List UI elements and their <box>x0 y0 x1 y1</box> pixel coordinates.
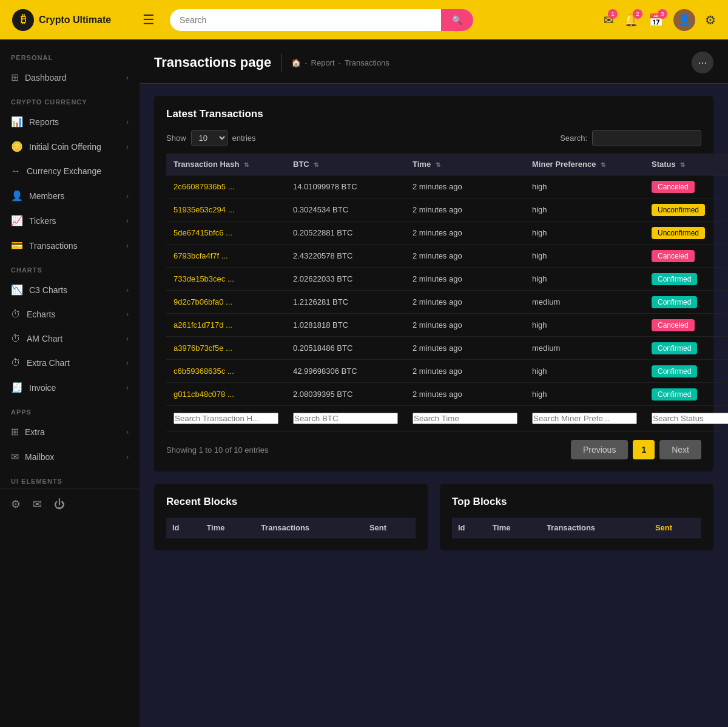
cell-btc: 0.20522881 BTC <box>286 221 405 245</box>
topnav: ₿ Crypto Ultimate ☰ 🔍 ✉ 1 🔔 2 📅 3 👤 ⚙ <box>0 0 728 39</box>
page-1-button[interactable]: 1 <box>633 440 655 459</box>
cell-hash[interactable]: a261fc1d717d ... <box>166 314 286 337</box>
section-label-ui: UI ELEMENTS <box>0 469 140 489</box>
settings-bottom-icon[interactable]: ⚙ <box>11 498 21 511</box>
sort-btc-icon[interactable]: ⇅ <box>314 161 318 168</box>
sidebar-item-invoice[interactable]: 🧾 Invoice › <box>0 375 140 400</box>
cell-status: Confirmed <box>644 268 728 291</box>
previous-button[interactable]: Previous <box>571 440 628 459</box>
sidebar-item-dashboard[interactable]: ⊞ Dashboard › <box>0 65 140 90</box>
avatar[interactable]: 👤 <box>673 9 695 31</box>
cell-hash[interactable]: c6b59368635c ... <box>166 360 286 383</box>
cell-hash[interactable]: 733de15b3cec ... <box>166 268 286 291</box>
gear-icon[interactable]: ⚙ <box>705 13 716 27</box>
cell-miner: high <box>525 268 644 291</box>
show-entries: Show 10 25 50 100 entries <box>166 130 256 146</box>
calendar-badge: 3 <box>658 9 667 19</box>
sidebar-item-transactions[interactable]: 💳 Transactions › <box>0 233 140 258</box>
search-button[interactable]: 🔍 <box>441 9 473 31</box>
sidebar-label-echarts: Echarts <box>27 309 55 319</box>
sidebar-item-reports[interactable]: 📊 Reports › <box>0 109 140 134</box>
power-bottom-icon[interactable]: ⏻ <box>54 498 65 511</box>
chevron-icon: › <box>126 310 129 319</box>
table-row: 5de67415bfc6 ... 0.20522881 BTC 2 minute… <box>166 221 728 245</box>
cell-hash[interactable]: 6793bcfa4f7f ... <box>166 245 286 268</box>
table-row: 9d2c7b06bfa0 ... 1.2126281 BTC 2 minutes… <box>166 291 728 314</box>
cell-status: Confirmed <box>644 360 728 383</box>
cell-status: Canceled <box>644 175 728 198</box>
cell-hash[interactable]: a3976b73cf5e ... <box>166 337 286 360</box>
pagination-row: Showing 1 to 10 of 10 entries Previous 1… <box>166 440 701 459</box>
chevron-icon: › <box>126 118 129 126</box>
chevron-icon: › <box>126 73 129 82</box>
cell-miner: medium <box>525 291 644 314</box>
search-time-input[interactable] <box>413 413 517 424</box>
cell-hash[interactable]: 51935e53c294 ... <box>166 198 286 221</box>
cell-btc: 2.02622033 BTC <box>286 268 405 291</box>
cell-miner: high <box>525 383 644 406</box>
sort-time-icon[interactable]: ⇅ <box>436 161 440 168</box>
mail-bottom-icon[interactable]: ✉ <box>33 498 42 511</box>
sidebar-label-ico: Initial Coin Offering <box>29 142 101 152</box>
chevron-icon: › <box>126 286 129 294</box>
chevron-icon: › <box>126 384 129 392</box>
sidebar-item-ico[interactable]: 🪙 Initial Coin Offering › <box>0 134 140 159</box>
cell-time: 2 minutes ago <box>405 314 525 337</box>
ico-icon: 🪙 <box>11 141 23 152</box>
sidebar-item-c3charts[interactable]: 📉 C3 Charts › <box>0 277 140 302</box>
search-btc-input[interactable] <box>293 413 398 424</box>
sidebar-label-members: Members <box>29 191 64 201</box>
transactions-card-title: Latest Transactions <box>166 108 701 120</box>
cell-time: 2 minutes ago <box>405 198 525 221</box>
next-button[interactable]: Next <box>659 440 701 459</box>
cell-hash[interactable]: 2c66087936b5 ... <box>166 175 286 198</box>
recent-col-sent: Sent <box>363 518 416 538</box>
cell-hash[interactable]: 9d2c7b06bfa0 ... <box>166 291 286 314</box>
amchart-icon: ⏱ <box>11 333 21 344</box>
entries-select[interactable]: 10 25 50 100 <box>191 130 228 146</box>
sidebar-item-tickers[interactable]: 📈 Tickers › <box>0 208 140 233</box>
cell-btc: 2.43220578 BTC <box>286 245 405 268</box>
top-col-transactions: Transactions <box>541 518 649 538</box>
top-col-time: Time <box>486 518 541 538</box>
cell-miner: high <box>525 221 644 245</box>
sidebar-bottom: ⚙ ✉ ⏻ <box>0 489 140 519</box>
logo-icon: ₿ <box>12 9 34 31</box>
bell-badge: 2 <box>633 9 642 19</box>
table-search-input[interactable] <box>592 130 701 146</box>
recent-blocks-title: Recent Blocks <box>166 496 416 508</box>
search-status-input[interactable] <box>652 413 728 424</box>
cell-hash[interactable]: 5de67415bfc6 ... <box>166 221 286 245</box>
sort-status-icon[interactable]: ⇅ <box>680 161 685 168</box>
cell-status: Unconfirmed <box>644 198 728 221</box>
cell-hash[interactable]: g011cb48c078 ... <box>166 383 286 406</box>
dots-menu-button[interactable]: ··· <box>692 52 713 73</box>
calendar-icon[interactable]: 📅 3 <box>649 13 664 27</box>
sidebar-item-members[interactable]: 👤 Members › <box>0 183 140 208</box>
search-miner-input[interactable] <box>532 413 637 424</box>
sidebar-item-echarts[interactable]: ⏱ Echarts › <box>0 302 140 326</box>
sidebar-item-extra[interactable]: ⊞ Extra › <box>0 419 140 444</box>
bell-icon[interactable]: 🔔 2 <box>624 13 639 27</box>
cell-time: 2 minutes ago <box>405 175 525 198</box>
search-hash-input[interactable] <box>174 413 278 424</box>
sidebar-item-mailbox[interactable]: ✉ Mailbox › <box>0 444 140 469</box>
cell-status: Confirmed <box>644 337 728 360</box>
sidebar-item-currency-exchange[interactable]: ↔ Currency Exchange <box>0 159 140 183</box>
sort-hash-icon[interactable]: ⇅ <box>244 161 249 168</box>
sort-miner-icon[interactable]: ⇅ <box>601 161 605 168</box>
search-input[interactable] <box>170 10 441 30</box>
home-icon: 🏠 <box>291 58 301 67</box>
sidebar-label-dashboard: Dashboard <box>25 73 67 83</box>
mail-icon[interactable]: ✉ 1 <box>604 13 614 27</box>
sidebar-item-amchart[interactable]: ⏱ AM Chart › <box>0 326 140 351</box>
sidebar: PERSONAL ⊞ Dashboard › Crypto Currency 📊… <box>0 39 140 727</box>
chevron-icon: › <box>126 192 129 200</box>
cell-btc: 42.99698306 BTC <box>286 360 405 383</box>
col-hash: Transaction Hash ⇅ <box>166 154 286 175</box>
top-blocks-card: Top Blocks IdTimeTransactionsSent <box>440 484 713 550</box>
section-label-personal: PERSONAL <box>0 46 140 65</box>
app-name: Crypto Ultimate <box>39 15 111 25</box>
menu-icon[interactable]: ☰ <box>143 12 155 28</box>
sidebar-item-extrachart[interactable]: ⏱ Extra Chart › <box>0 351 140 375</box>
